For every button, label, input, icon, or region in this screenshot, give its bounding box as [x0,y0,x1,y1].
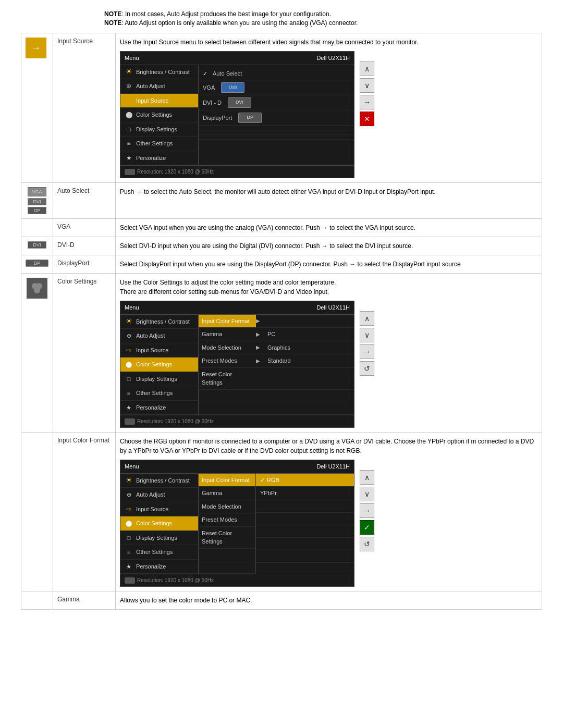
icf-menu-input[interactable]: ⇨ Input Source [120,502,198,517]
dp-badge: DP [238,113,262,123]
gamma-value: PC [264,328,354,341]
color-menu-brightness[interactable]: ☀ Brightness / Contrast [120,315,198,329]
color-right-row2[interactable]: Gamma ▶ PC [199,328,354,341]
osd-right-dvid[interactable]: DVI - D DVI [199,95,354,110]
input-source-content: Use the Input Source menu to select betw… [116,33,542,183]
note-2: NOTE: Auto Adjust option is only availab… [104,19,542,27]
menu-item-autoadj[interactable]: ⊕ Auto Adjust [120,79,198,94]
input3-icon: ⇨ [125,505,133,513]
osd-color-menu: Menu Dell U2X11H ☀ Brightness / Contrast [120,301,354,428]
color-icon: ⬤ [125,110,133,119]
icf-submenu-labels: Input Color Format Gamma Mode Selection … [199,474,256,574]
icf-nav-check[interactable]: ✓ [360,520,374,535]
nav-up-btn[interactable]: ∧ [360,61,374,76]
icf-menu-display[interactable]: □ Display Settings [120,531,198,546]
osd-right-panel: ✓ Auto Select VGA Usb DVI - D DVI [199,65,354,166]
menu-item-brightness[interactable]: ☀ Brightness / Contrast [120,65,198,80]
nav-arrows-input: ∧ ∨ → ✕ [360,51,374,126]
menu-item-personal[interactable]: ★ Personalize [120,151,198,166]
osd-right-displayport[interactable]: DisplayPort DP [199,110,354,126]
color-right-row1[interactable]: Input Color Format ▶ [199,315,354,328]
nav-cancel-btn[interactable]: ✕ [360,112,374,126]
dvi-connector-icon: DVI [28,198,46,205]
other3-icon: ≡ [125,548,133,556]
icf-empty1 [199,549,255,561]
icf-ypbpr-option[interactable]: YPbPr [256,487,354,500]
color-nav-up[interactable]: ∧ [360,311,374,326]
osd-icf-brand: Dell U2X11H [316,462,350,471]
menu-item-display[interactable]: □ Display Settings [120,122,198,137]
icf-value [264,319,354,323]
color-right-row3[interactable]: Mode Selection ▶ Graphics [199,341,354,355]
display-icon: □ [125,125,133,133]
icf-submenu-label5[interactable]: Reset Color Settings [199,527,255,549]
footer-resolution: Resolution: 1920 x 1080 @ 60Hz [137,168,214,176]
menu-item-input[interactable]: ⇨ Input Source [120,94,198,108]
osd-color-settings: Menu Dell U2X11H ☀ Brightness / Contrast [120,301,537,428]
autoadj3-icon: ⊕ [125,490,133,499]
color-nav-back[interactable]: ↺ [360,361,374,376]
gamma-content: Allows you to set the color mode to PC o… [116,591,542,610]
osd-color-footer: Resolution: 1920 x 1080 @ 60Hz [120,415,354,427]
autoselect-label: Auto Select [213,69,242,78]
icf-submenu-label3[interactable]: Mode Selection [199,500,255,514]
footer-icon [125,169,135,175]
table-row: Input Color Format Choose the RGB option… [21,433,542,591]
icf-nav-up[interactable]: ∧ [360,470,374,485]
nav-down-btn[interactable]: ∨ [360,78,374,93]
icf-nav-down[interactable]: ∨ [360,487,374,501]
dp-row-label: DisplayPort [53,255,116,274]
dvid-row-label: DVI-D [53,237,116,255]
icf-nav-back[interactable]: ↺ [360,537,374,551]
input-color-format-col: Input Color Format [199,315,256,328]
dp-content: Select DisplayPort input when you are us… [116,255,542,274]
color-menu-personal[interactable]: ★ Personalize [120,401,198,415]
other-icon: ≡ [125,139,133,147]
color-menu-display[interactable]: □ Display Settings [120,372,198,387]
auto-select-desc: Push → to select the Auto Select, the mo… [120,188,436,195]
color-menu-input[interactable]: ⇨ Input Source [120,343,198,358]
icf-menu-other[interactable]: ≡ Other Settings [120,545,198,560]
osd-right-vga[interactable]: VGA Usb [199,80,354,95]
personal2-icon: ★ [125,403,133,412]
menu-item-color[interactable]: ⬤ Color Settings [120,108,198,122]
icf-menu-brightness[interactable]: ☀ Brightness / Contrast [120,474,198,488]
icf-rgb-option[interactable]: ✓ RGB [256,474,354,487]
input-source-icon-cell: → [21,33,53,183]
arrow-col3: ▶ [256,343,264,351]
vga-connector-icon: VGA [28,187,46,196]
icf-submenu-label2[interactable]: Gamma [199,487,255,500]
mode-value: Graphics [264,341,354,354]
osd-menu: Menu Dell U2X11H ☀ Brightness / Contrast [120,51,354,178]
color-footer-res: Resolution: 1920 x 1080 @ 60Hz [137,417,214,425]
osd-input-source: Menu Dell U2X11H ☀ Brightness / Contrast [120,51,537,178]
osd-right-autoselect[interactable]: ✓ Auto Select [199,67,354,81]
icf-submenu-label1[interactable]: Input Color Format [199,474,255,487]
brightness2-icon: ☀ [125,317,133,326]
vga-label: VGA [203,83,215,92]
osd-header: Menu Dell U2X11H [120,52,354,65]
color-settings-label: Color Settings [53,274,116,433]
dp-icon-cell: DP [21,255,53,274]
color-right-row5[interactable]: Reset Color Settings [199,368,354,390]
gamma-row-label: Gamma [53,591,116,610]
table-row: VGA Select VGA input when you are using … [21,219,542,237]
color-nav-right[interactable]: → [360,344,374,359]
color-settings-icon-cell [21,274,53,433]
color-menu-other[interactable]: ≡ Other Settings [120,386,198,401]
color-nav-down[interactable]: ∨ [360,328,374,342]
color-footer-icon [125,418,135,425]
icf-submenu-label4[interactable]: Preset Modes [199,513,255,527]
menu-item-other[interactable]: ≡ Other Settings [120,137,198,151]
color-menu-autoadj[interactable]: ⊕ Auto Adjust [120,329,198,343]
icf-nav-right[interactable]: → [360,503,374,518]
icf-menu-autoadj[interactable]: ⊕ Auto Adjust [120,488,198,502]
reset-color-col: Reset Color Settings [199,368,256,389]
icf-empty2 [199,561,255,574]
icf-menu-color[interactable]: ⬤ Color Settings [120,516,198,531]
color-right-row4[interactable]: Preset Modes ▶ Standard [199,354,354,368]
nav-right-btn[interactable]: → [360,95,374,109]
icf-menu-personal[interactable]: ★ Personalize [120,560,198,574]
color-menu-color[interactable]: ⬤ Color Settings [120,357,198,372]
displayport-label: DisplayPort [203,114,232,122]
